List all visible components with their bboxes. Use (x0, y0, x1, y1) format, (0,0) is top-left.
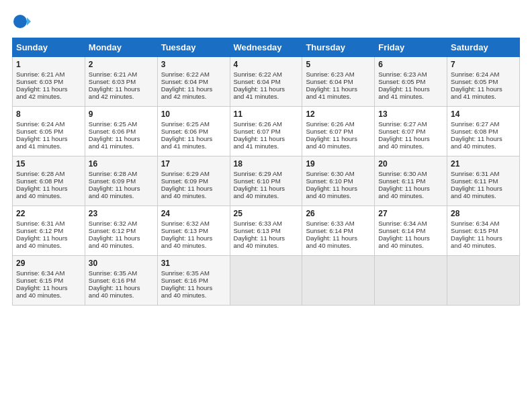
day-info-line: Sunset: 6:15 PM (451, 227, 516, 234)
day-info-line: Daylight: 11 hours (378, 185, 443, 192)
day-info-line: Daylight: 11 hours (89, 135, 154, 142)
day-number: 18 (234, 159, 299, 169)
day-info-line: Daylight: 11 hours (161, 234, 226, 242)
calendar-tbody: 1Sunrise: 6:21 AMSunset: 6:03 PMDaylight… (13, 57, 520, 306)
day-info-line: Sunrise: 6:32 AM (89, 220, 154, 227)
day-cell: 18Sunrise: 6:29 AMSunset: 6:10 PMDayligh… (230, 156, 302, 206)
day-info-line: Sunrise: 6:33 AM (306, 220, 371, 227)
day-info-line: Sunset: 6:11 PM (378, 177, 443, 185)
calendar-table: SundayMondayTuesdayWednesdayThursdayFrid… (12, 38, 520, 306)
day-info-line: Sunset: 6:05 PM (378, 78, 443, 85)
day-info-line: Sunset: 6:09 PM (89, 177, 154, 185)
logo-icon (12, 12, 31, 31)
day-cell: 27Sunrise: 6:34 AMSunset: 6:14 PMDayligh… (375, 206, 447, 256)
day-number: 17 (161, 159, 226, 169)
day-info-line: Sunrise: 6:32 AM (161, 220, 226, 227)
day-cell: 1Sunrise: 6:21 AMSunset: 6:03 PMDaylight… (13, 57, 85, 107)
day-number: 14 (451, 109, 516, 119)
day-info-line: and 42 minutes. (16, 93, 81, 100)
day-number: 30 (89, 259, 154, 268)
day-cell: 7Sunrise: 6:24 AMSunset: 6:05 PMDaylight… (447, 57, 520, 107)
day-info-line: Sunset: 6:14 PM (306, 227, 371, 234)
day-info-line: and 40 minutes. (16, 192, 81, 199)
day-info-line: Sunrise: 6:22 AM (161, 71, 226, 78)
svg-point-0 (13, 15, 27, 28)
day-info-line: and 40 minutes. (378, 192, 443, 199)
day-info-line: and 40 minutes. (451, 242, 516, 249)
day-info-line: Sunrise: 6:27 AM (451, 120, 516, 128)
day-info-line: and 40 minutes. (16, 242, 81, 249)
day-info-line: Sunrise: 6:35 AM (161, 269, 226, 277)
day-number: 9 (89, 109, 154, 119)
day-info-line: Sunrise: 6:27 AM (378, 120, 443, 128)
day-number: 21 (451, 159, 516, 169)
day-cell: 21Sunrise: 6:31 AMSunset: 6:11 PMDayligh… (447, 156, 520, 206)
day-info-line: Sunset: 6:10 PM (234, 177, 299, 185)
day-cell: 12Sunrise: 6:26 AMSunset: 6:07 PMDayligh… (302, 107, 375, 156)
day-info-line: Daylight: 11 hours (161, 284, 226, 291)
day-info-line: Sunset: 6:10 PM (306, 177, 371, 185)
day-info-line: Daylight: 11 hours (451, 85, 516, 93)
day-info-line: Daylight: 11 hours (16, 185, 81, 192)
day-info-line: and 41 minutes. (161, 142, 226, 150)
day-number: 16 (89, 159, 154, 169)
day-number: 1 (16, 60, 81, 69)
col-header-friday: Friday (375, 38, 447, 57)
day-info-line: and 40 minutes. (306, 142, 371, 150)
day-cell: 11Sunrise: 6:26 AMSunset: 6:07 PMDayligh… (230, 107, 302, 156)
day-info-line: Daylight: 11 hours (89, 185, 154, 192)
day-cell: 26Sunrise: 6:33 AMSunset: 6:14 PMDayligh… (302, 206, 375, 256)
day-info-line: Sunset: 6:07 PM (234, 128, 299, 135)
day-cell: 19Sunrise: 6:30 AMSunset: 6:10 PMDayligh… (302, 156, 375, 206)
col-header-monday: Monday (85, 38, 157, 57)
col-header-sunday: Sunday (13, 38, 85, 57)
day-cell: 4Sunrise: 6:22 AMSunset: 6:04 PMDaylight… (230, 57, 302, 107)
day-number: 24 (161, 209, 226, 218)
day-number: 6 (378, 60, 443, 69)
day-info-line: Sunrise: 6:35 AM (89, 269, 154, 277)
day-cell: 25Sunrise: 6:33 AMSunset: 6:13 PMDayligh… (230, 206, 302, 256)
day-info-line: Sunset: 6:06 PM (89, 128, 154, 135)
calendar-page: SundayMondayTuesdayWednesdayThursdayFrid… (0, 0, 532, 411)
day-info-line: Sunset: 6:08 PM (451, 128, 516, 135)
day-info-line: Sunset: 6:06 PM (161, 128, 226, 135)
day-number: 28 (451, 209, 516, 218)
calendar-header (12, 12, 520, 31)
day-number: 12 (306, 109, 371, 119)
day-number: 5 (306, 60, 371, 69)
day-info-line: Daylight: 11 hours (378, 135, 443, 142)
col-header-tuesday: Tuesday (157, 38, 230, 57)
day-number: 25 (234, 209, 299, 218)
day-info-line: Sunset: 6:04 PM (306, 78, 371, 85)
day-info-line: Sunrise: 6:28 AM (16, 170, 81, 177)
day-info-line: Sunrise: 6:28 AM (89, 170, 154, 177)
day-info-line: and 41 minutes. (234, 142, 299, 150)
col-header-wednesday: Wednesday (230, 38, 302, 57)
day-cell: 29Sunrise: 6:34 AMSunset: 6:15 PMDayligh… (13, 256, 85, 306)
day-info-line: and 40 minutes. (89, 242, 154, 249)
day-number: 19 (306, 159, 371, 169)
day-cell: 22Sunrise: 6:31 AMSunset: 6:12 PMDayligh… (13, 206, 85, 256)
svg-marker-1 (27, 17, 31, 26)
day-info-line: Sunrise: 6:29 AM (234, 170, 299, 177)
day-number: 31 (161, 259, 226, 268)
day-info-line: Daylight: 11 hours (89, 85, 154, 93)
day-cell: 30Sunrise: 6:35 AMSunset: 6:16 PMDayligh… (85, 256, 157, 306)
day-info-line: Daylight: 11 hours (16, 284, 81, 291)
day-cell (375, 256, 447, 306)
day-info-line: Sunset: 6:13 PM (161, 227, 226, 234)
day-info-line: and 41 minutes. (378, 93, 443, 100)
day-info-line: and 40 minutes. (451, 192, 516, 199)
day-cell (302, 256, 375, 306)
day-info-line: Sunrise: 6:23 AM (378, 71, 443, 78)
day-info-line: and 40 minutes. (161, 291, 226, 299)
week-row-5: 29Sunrise: 6:34 AMSunset: 6:15 PMDayligh… (13, 256, 520, 306)
day-info-line: Sunrise: 6:29 AM (161, 170, 226, 177)
col-header-thursday: Thursday (302, 38, 375, 57)
col-header-saturday: Saturday (447, 38, 520, 57)
day-info-line: Sunset: 6:15 PM (16, 277, 81, 284)
day-info-line: and 40 minutes. (161, 242, 226, 249)
day-info-line: Sunrise: 6:23 AM (306, 71, 371, 78)
day-number: 20 (378, 159, 443, 169)
day-info-line: Sunset: 6:12 PM (16, 227, 81, 234)
